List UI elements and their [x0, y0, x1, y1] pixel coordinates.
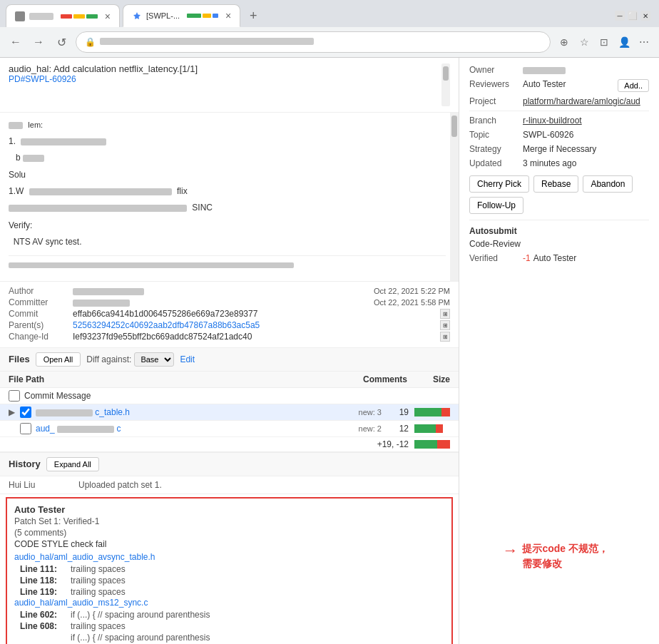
- box-line-608: Line 608: trailing spaces: [14, 620, 444, 632]
- box-patch: Patch Set 1: Verified-1: [14, 516, 444, 526]
- author-date: Oct 22, 2021 5:22 PM: [374, 287, 450, 295]
- pd-link[interactable]: PD#SWPL-60926: [9, 74, 76, 84]
- tab-close-2[interactable]: ×: [225, 10, 231, 21]
- verified-value: -1: [523, 253, 531, 263]
- diff-against-select[interactable]: Base: [134, 352, 174, 367]
- bookmark-icon[interactable]: ⊡: [596, 34, 612, 50]
- branch-value[interactable]: r-linux-buildroot: [523, 116, 649, 126]
- new-tab-button[interactable]: +: [243, 6, 263, 26]
- history-section: History Expand All Hui Liu Uploaded patc…: [0, 452, 459, 644]
- tab-title-2: [SWPL-...: [146, 11, 180, 20]
- file1-meta: new: 3 19: [359, 407, 450, 417]
- gitiles-icon-3[interactable]: ⊞: [440, 332, 450, 342]
- page-content: audio_hal: Add calculation netflix_laten…: [0, 58, 659, 644]
- nav-bar: ← → ↺ 🔒 ⊕ ☆ ⊡ 👤 ⋯: [0, 27, 659, 57]
- cherry-pick-button[interactable]: Cherry Pick: [469, 175, 529, 193]
- updated-label: Updated: [469, 158, 523, 168]
- col-comments-header: Comments: [336, 374, 407, 384]
- tab-close-1[interactable]: ×: [105, 11, 111, 22]
- scrollbar[interactable]: [441, 63, 450, 106]
- author-row: Author Oct 22, 2021 5:22 PM: [9, 286, 450, 296]
- author-blur: [73, 288, 144, 295]
- files-table: File Path Comments Size Commit Message ▶: [0, 372, 459, 451]
- summary-row: +19, -12: [0, 437, 459, 451]
- topic-value: SWPL-60926: [523, 130, 649, 140]
- expand-all-button[interactable]: Expand All: [46, 457, 99, 471]
- file2-checkbox[interactable]: [20, 423, 31, 434]
- history-header: History Expand All: [0, 452, 459, 476]
- commit-hash: effab66ca9414b1d0064575286e669a723e89377: [73, 309, 437, 319]
- back-button[interactable]: ←: [7, 34, 24, 51]
- commit-label: Commit: [9, 309, 73, 319]
- rebase-button[interactable]: Rebase: [533, 175, 578, 193]
- changeid-value: Ief93237fd9e55bff2bc669addc87524af21adc4…: [73, 332, 437, 342]
- desc-blur-4: [29, 188, 172, 195]
- gitiles-icon-2[interactable]: ⊞: [440, 320, 450, 330]
- file1-diff-green: [414, 408, 441, 416]
- annotation-arrow-container: →: [502, 541, 518, 560]
- add-reviewer-button[interactable]: Add..: [618, 79, 649, 92]
- box-line-119: Line 119: trailing spaces: [14, 586, 444, 598]
- zoom-icon[interactable]: ⊕: [556, 34, 572, 50]
- parent-hash[interactable]: 52563294252c40692aab2dfb47867a88b63ac5a5: [73, 320, 437, 330]
- box-error: CODE STYLE check fail: [14, 539, 444, 549]
- file2-expand-icon[interactable]: ▶: [9, 424, 19, 434]
- profile-icon[interactable]: 👤: [616, 34, 632, 50]
- edit-link[interactable]: Edit: [180, 354, 195, 364]
- file2-diff-green: [414, 424, 436, 433]
- desc-line-bottom: [9, 255, 446, 272]
- author-label: Author: [9, 286, 73, 296]
- tab-2[interactable]: [SWPL-... ×: [123, 4, 240, 27]
- history-message-1: Uploaded patch set 1.: [78, 480, 450, 490]
- follow-up-button[interactable]: Follow-Up: [469, 197, 523, 214]
- parent-row: Parent(s) 52563294252c40692aab2dfb47867a…: [9, 320, 450, 330]
- address-text: [100, 37, 541, 47]
- gitiles-icon-1[interactable]: ⊞: [440, 309, 450, 319]
- open-all-button[interactable]: Open All: [36, 352, 81, 367]
- summary-text: +19, -12: [377, 439, 409, 449]
- commit-msg-checkbox[interactable]: [9, 390, 20, 402]
- file2-name[interactable]: aud_ c: [36, 424, 359, 434]
- box-file2-link[interactable]: audio_hal/aml_audio_ms12_sync.c: [14, 598, 444, 608]
- file-row-1: ▶ c_table.h new: 3 19: [0, 404, 459, 421]
- commit-message-label: Commit Message: [24, 391, 450, 401]
- box-line602-desc: if (...) { // spacing around parenthesis: [71, 610, 210, 620]
- tab-1[interactable]: ×: [6, 4, 120, 27]
- tab-title-1: [29, 13, 53, 20]
- file-row-2: ▶ aud_ c new: 2 12: [0, 421, 459, 437]
- branch-label: Branch: [469, 116, 523, 126]
- box-line608-desc: trailing spaces: [71, 621, 126, 631]
- file1-diff-bar: [414, 408, 450, 416]
- file1-name[interactable]: c_table.h: [36, 407, 359, 417]
- code-review-field: Code-Review: [469, 239, 649, 249]
- star-icon[interactable]: ☆: [576, 34, 592, 50]
- more-icon[interactable]: ⋯: [636, 34, 652, 50]
- box-line608b-num: [20, 633, 66, 643]
- file1-diff-red: [441, 408, 450, 416]
- box-line119-num: Line 119:: [20, 587, 66, 597]
- desc-scrollbar[interactable]: [450, 113, 459, 281]
- address-bar[interactable]: 🔒: [76, 31, 551, 53]
- forward-button[interactable]: →: [30, 34, 47, 51]
- lock-icon: 🔒: [85, 37, 96, 47]
- nav-icons: ⊕ ☆ ⊡ 👤 ⋯: [556, 34, 652, 50]
- commit-title: audio_hal: Add calculation netflix_laten…: [9, 63, 429, 74]
- branch-field: Branch r-linux-buildroot: [469, 116, 649, 126]
- file2-new: new: 2: [359, 424, 382, 433]
- summary-diff-bar: [414, 440, 450, 449]
- diff-against-label: Diff against:: [86, 354, 131, 364]
- file2-meta: new: 2 12: [359, 424, 450, 434]
- abandon-button[interactable]: Abandon: [583, 175, 633, 193]
- project-value[interactable]: platform/hardware/amlogic/aud: [523, 96, 649, 106]
- refresh-button[interactable]: ↺: [53, 34, 70, 51]
- file1-checkbox[interactable]: [20, 407, 31, 418]
- committer-value: [73, 297, 374, 307]
- file2-name-prefix: aud_: [36, 424, 57, 434]
- box-file1-link[interactable]: audio_hal/aml_audio_avsync_table.h: [14, 552, 444, 562]
- file1-expand-icon[interactable]: ▶: [9, 407, 19, 417]
- parent-label: Parent(s): [9, 320, 73, 330]
- box-line119-desc: trailing spaces: [71, 587, 126, 597]
- topic-field: Topic SWPL-60926: [469, 130, 649, 140]
- file1-count: 19: [387, 407, 409, 417]
- desc-line-4: 1.W flix: [9, 185, 446, 198]
